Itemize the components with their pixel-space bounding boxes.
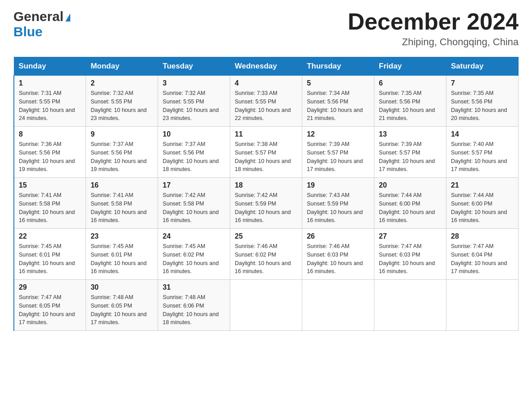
table-row: 30 Sunrise: 7:48 AMSunset: 6:05 PMDaylig… — [86, 280, 158, 331]
week-row-4: 22 Sunrise: 7:45 AMSunset: 6:01 PMDaylig… — [14, 229, 519, 280]
day-number: 29 — [19, 283, 81, 291]
day-info: Sunrise: 7:44 AMSunset: 6:00 PMDaylight:… — [379, 192, 435, 223]
logo-triangle-icon — [65, 13, 70, 21]
day-number: 8 — [19, 130, 81, 138]
logo-blue-text: Blue — [13, 24, 43, 39]
table-row: 31 Sunrise: 7:48 AMSunset: 6:06 PMDaylig… — [158, 280, 230, 331]
day-number: 6 — [379, 79, 442, 87]
day-number: 7 — [451, 79, 514, 87]
table-row: 10 Sunrise: 7:37 AMSunset: 5:56 PMDaylig… — [158, 127, 230, 178]
table-row: 13 Sunrise: 7:39 AMSunset: 5:57 PMDaylig… — [374, 127, 446, 178]
col-saturday: Saturday — [446, 57, 519, 76]
day-info: Sunrise: 7:32 AMSunset: 5:55 PMDaylight:… — [163, 90, 219, 121]
table-row — [302, 280, 374, 331]
day-number: 28 — [451, 232, 514, 240]
day-number: 26 — [307, 232, 369, 240]
logo: General Blue — [13, 9, 70, 39]
day-info: Sunrise: 7:37 AMSunset: 5:56 PMDaylight:… — [163, 141, 219, 172]
title-block: December 2024 Zhiping, Chongqing, China — [348, 9, 519, 48]
table-row: 16 Sunrise: 7:41 AMSunset: 5:58 PMDaylig… — [86, 178, 158, 229]
calendar-title: December 2024 — [348, 9, 519, 34]
table-row: 29 Sunrise: 7:47 AMSunset: 6:05 PMDaylig… — [14, 280, 86, 331]
day-number: 31 — [163, 283, 225, 291]
day-info: Sunrise: 7:39 AMSunset: 5:57 PMDaylight:… — [307, 141, 363, 172]
table-row: 2 Sunrise: 7:32 AMSunset: 5:55 PMDayligh… — [86, 76, 158, 127]
day-number: 18 — [235, 181, 297, 189]
col-tuesday: Tuesday — [158, 57, 230, 76]
day-info: Sunrise: 7:47 AMSunset: 6:05 PMDaylight:… — [19, 294, 75, 325]
day-info: Sunrise: 7:47 AMSunset: 6:03 PMDaylight:… — [379, 243, 435, 274]
table-row: 20 Sunrise: 7:44 AMSunset: 6:00 PMDaylig… — [374, 178, 446, 229]
table-row: 28 Sunrise: 7:47 AMSunset: 6:04 PMDaylig… — [446, 229, 519, 280]
day-number: 16 — [90, 181, 153, 189]
col-friday: Friday — [374, 57, 446, 76]
calendar-header-row: Sunday Monday Tuesday Wednesday Thursday… — [14, 57, 519, 76]
table-row: 5 Sunrise: 7:34 AMSunset: 5:56 PMDayligh… — [302, 76, 374, 127]
week-row-3: 15 Sunrise: 7:41 AMSunset: 5:58 PMDaylig… — [14, 178, 519, 229]
table-row: 6 Sunrise: 7:35 AMSunset: 5:56 PMDayligh… — [374, 76, 446, 127]
day-number: 21 — [451, 181, 514, 189]
table-row — [446, 280, 519, 331]
table-row: 14 Sunrise: 7:40 AMSunset: 5:57 PMDaylig… — [446, 127, 519, 178]
day-number: 19 — [307, 181, 369, 189]
day-number: 4 — [235, 79, 297, 87]
day-number: 3 — [163, 79, 225, 87]
table-row: 8 Sunrise: 7:36 AMSunset: 5:56 PMDayligh… — [14, 127, 86, 178]
day-info: Sunrise: 7:31 AMSunset: 5:55 PMDaylight:… — [19, 90, 75, 121]
day-number: 10 — [163, 130, 225, 138]
day-number: 27 — [379, 232, 442, 240]
day-number: 1 — [19, 79, 81, 87]
table-row: 1 Sunrise: 7:31 AMSunset: 5:55 PMDayligh… — [14, 76, 86, 127]
day-info: Sunrise: 7:39 AMSunset: 5:57 PMDaylight:… — [379, 141, 435, 172]
col-wednesday: Wednesday — [230, 57, 302, 76]
table-row: 23 Sunrise: 7:45 AMSunset: 6:01 PMDaylig… — [86, 229, 158, 280]
page-header: General Blue December 2024 Zhiping, Chon… — [13, 9, 519, 48]
day-number: 14 — [451, 130, 514, 138]
day-info: Sunrise: 7:32 AMSunset: 5:55 PMDaylight:… — [90, 90, 146, 121]
day-number: 23 — [90, 232, 153, 240]
day-info: Sunrise: 7:45 AMSunset: 6:02 PMDaylight:… — [163, 243, 219, 274]
table-row: 26 Sunrise: 7:46 AMSunset: 6:03 PMDaylig… — [302, 229, 374, 280]
table-row: 18 Sunrise: 7:42 AMSunset: 5:59 PMDaylig… — [230, 178, 302, 229]
calendar-subtitle: Zhiping, Chongqing, China — [348, 36, 519, 48]
day-number: 17 — [163, 181, 225, 189]
day-info: Sunrise: 7:46 AMSunset: 6:03 PMDaylight:… — [307, 243, 363, 274]
week-row-2: 8 Sunrise: 7:36 AMSunset: 5:56 PMDayligh… — [14, 127, 519, 178]
table-row: 22 Sunrise: 7:45 AMSunset: 6:01 PMDaylig… — [14, 229, 86, 280]
table-row: 12 Sunrise: 7:39 AMSunset: 5:57 PMDaylig… — [302, 127, 374, 178]
week-row-5: 29 Sunrise: 7:47 AMSunset: 6:05 PMDaylig… — [14, 280, 519, 331]
day-info: Sunrise: 7:46 AMSunset: 6:02 PMDaylight:… — [235, 243, 291, 274]
day-number: 20 — [379, 181, 442, 189]
table-row — [230, 280, 302, 331]
day-info: Sunrise: 7:41 AMSunset: 5:58 PMDaylight:… — [19, 192, 75, 223]
table-row: 3 Sunrise: 7:32 AMSunset: 5:55 PMDayligh… — [158, 76, 230, 127]
day-info: Sunrise: 7:42 AMSunset: 5:59 PMDaylight:… — [235, 192, 291, 223]
day-number: 2 — [90, 79, 153, 87]
day-info: Sunrise: 7:40 AMSunset: 5:57 PMDaylight:… — [451, 141, 507, 172]
day-number: 11 — [235, 130, 297, 138]
table-row: 4 Sunrise: 7:33 AMSunset: 5:55 PMDayligh… — [230, 76, 302, 127]
day-number: 22 — [19, 232, 81, 240]
table-row — [374, 280, 446, 331]
day-info: Sunrise: 7:33 AMSunset: 5:55 PMDaylight:… — [235, 90, 291, 121]
day-number: 9 — [90, 130, 153, 138]
day-info: Sunrise: 7:45 AMSunset: 6:01 PMDaylight:… — [19, 243, 75, 274]
table-row: 25 Sunrise: 7:46 AMSunset: 6:02 PMDaylig… — [230, 229, 302, 280]
col-thursday: Thursday — [302, 57, 374, 76]
day-info: Sunrise: 7:36 AMSunset: 5:56 PMDaylight:… — [19, 141, 75, 172]
table-row: 15 Sunrise: 7:41 AMSunset: 5:58 PMDaylig… — [14, 178, 86, 229]
day-info: Sunrise: 7:43 AMSunset: 5:59 PMDaylight:… — [307, 192, 363, 223]
table-row: 9 Sunrise: 7:37 AMSunset: 5:56 PMDayligh… — [86, 127, 158, 178]
day-number: 15 — [19, 181, 81, 189]
day-number: 24 — [163, 232, 225, 240]
table-row: 24 Sunrise: 7:45 AMSunset: 6:02 PMDaylig… — [158, 229, 230, 280]
day-number: 25 — [235, 232, 297, 240]
day-number: 30 — [90, 283, 153, 291]
day-info: Sunrise: 7:44 AMSunset: 6:00 PMDaylight:… — [451, 192, 507, 223]
day-info: Sunrise: 7:48 AMSunset: 6:05 PMDaylight:… — [90, 294, 146, 325]
table-row: 19 Sunrise: 7:43 AMSunset: 5:59 PMDaylig… — [302, 178, 374, 229]
day-info: Sunrise: 7:47 AMSunset: 6:04 PMDaylight:… — [451, 243, 507, 274]
day-info: Sunrise: 7:34 AMSunset: 5:56 PMDaylight:… — [307, 90, 363, 121]
table-row: 17 Sunrise: 7:42 AMSunset: 5:58 PMDaylig… — [158, 178, 230, 229]
day-info: Sunrise: 7:38 AMSunset: 5:57 PMDaylight:… — [235, 141, 291, 172]
